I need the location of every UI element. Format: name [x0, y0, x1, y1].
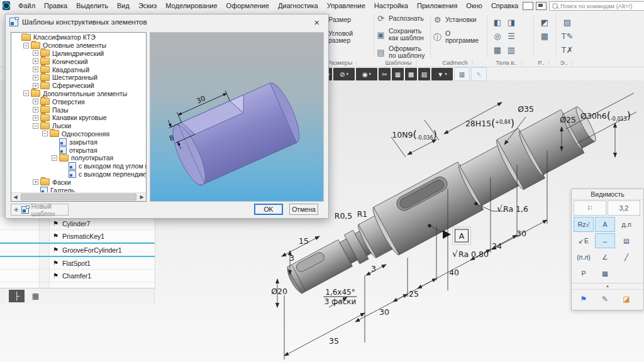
dim-value-visibility-button[interactable]: 3,2	[608, 200, 640, 216]
template-preview[interactable]: 30 8	[150, 32, 324, 202]
menu-6[interactable]: Оформление	[222, 1, 274, 11]
grid-view-tab[interactable]: ▦	[28, 290, 43, 302]
folder-edit-button[interactable]: ✎	[597, 292, 613, 307]
datum-visibility-button[interactable]: A	[595, 217, 615, 232]
ribbon-icon-p-group-1[interactable]: ▦	[537, 29, 552, 43]
ribbon-button-templates-0[interactable]: ⟳Распознать	[376, 15, 428, 22]
expand-icon[interactable]: +	[33, 58, 38, 64]
scrollbar-thumb[interactable]	[21, 194, 136, 200]
scroll-right-icon[interactable]: ▶	[138, 194, 146, 200]
menu-3[interactable]: Вид	[113, 1, 134, 11]
tree-horizontal-scrollbar[interactable]: ◀ ▶	[11, 192, 146, 201]
dimension-visibility-button[interactable]: ↔	[595, 233, 615, 248]
tree-node-7[interactable]: −Дополнительные элементы	[11, 90, 146, 98]
marks-visibility-button[interactable]: ↙Е	[574, 233, 594, 248]
tree-node-9[interactable]: +Пазы	[11, 106, 146, 114]
app-logo-icon[interactable]	[3, 1, 10, 10]
feature-row-FlatSpot1[interactable]: ⚑FlatSpot1	[0, 257, 155, 270]
tree-node-1[interactable]: −Основные элементы	[11, 41, 146, 50]
tree-node-19[interactable]: Галтель	[11, 186, 146, 192]
orange-check-button[interactable]: ◪	[618, 292, 635, 307]
menu-1[interactable]: Правка	[40, 1, 72, 11]
tree-node-16[interactable]: с выходом под углом к лыске	[11, 162, 146, 170]
angle-visibility-button[interactable]: ∠	[595, 250, 615, 265]
scroll-left-icon[interactable]: ◀	[11, 194, 19, 200]
ribbon-icon-e-group-0[interactable]: ▨	[560, 15, 575, 29]
tree-node-8[interactable]: +Отверстия	[11, 97, 146, 106]
feature-row-PrismaticKey1[interactable]: ⚑PrismaticKey1	[0, 230, 155, 243]
blue-flag-button[interactable]: ⚑	[575, 292, 592, 307]
expand-icon[interactable]: +	[33, 67, 38, 72]
menu-5[interactable]: Моделирование	[161, 1, 221, 11]
display-mode-button[interactable]: ◉▾	[356, 68, 377, 80]
feature-row-Chamfer1[interactable]: ⚑Chamfer1	[0, 270, 155, 282]
menu-0[interactable]: Файл	[14, 1, 40, 11]
dialog-close-icon[interactable]: ×	[309, 17, 325, 28]
ribbon-icon-bodies-5[interactable]: ▥	[504, 43, 518, 57]
ribbon-icon-bodies-2[interactable]: ◎	[491, 29, 504, 43]
menu-10[interactable]: Приложения	[413, 1, 462, 11]
menu-2[interactable]: Выделить	[72, 1, 113, 11]
solids-view-button[interactable]: ▩	[405, 68, 417, 80]
tree-node-18[interactable]: +Фаски	[11, 178, 146, 186]
menu-4[interactable]: Эскиз	[134, 1, 161, 11]
leader-visibility-button[interactable]: д.л	[616, 217, 636, 232]
ribbon-icon-e-group-1[interactable]: Т✎	[560, 29, 575, 43]
ribbon-icon-p-group-0[interactable]: ◩	[537, 15, 552, 29]
tree-node-3[interactable]: +Конический	[11, 57, 146, 65]
tree-node-13[interactable]: закрытая	[11, 138, 146, 146]
window-layout-icon[interactable]	[523, 2, 533, 10]
sheet-view-button[interactable]: ▦	[392, 68, 404, 80]
expand-icon[interactable]: +	[33, 99, 38, 104]
feature-row-GrooveForCylinder1[interactable]: ⚑GrooveForCylinder1	[0, 243, 155, 257]
grid-visibility-button[interactable]: ▦	[595, 266, 615, 281]
collapse-icon[interactable]: −	[23, 90, 29, 96]
menu-9[interactable]: Настройка	[370, 1, 413, 11]
dialog-titlebar[interactable]: Шаблоны конструктивных элементов ×	[6, 14, 328, 30]
ribbon-icon-bodies-4[interactable]: ▦	[491, 43, 504, 57]
tree-node-15[interactable]: −полуоткрытая	[11, 154, 146, 162]
menu-12[interactable]: Справка	[487, 1, 523, 11]
ribbon-button-cadmech-1[interactable]: ⓘО программе	[433, 30, 484, 44]
ribbon-button-templates-1[interactable]: ▣Сохранить как шаблон	[376, 28, 428, 41]
tree-node-17[interactable]: с выходом перпендикулярным лы	[11, 170, 146, 178]
ribbon-button-templates-2[interactable]: ▤Оформить по шаблону	[376, 45, 428, 59]
layers-view-button[interactable]: ▧	[418, 68, 430, 80]
expand-icon[interactable]: +	[33, 115, 38, 121]
table-visibility-button[interactable]: ▤	[616, 233, 636, 248]
ok-button[interactable]: OK	[254, 204, 283, 215]
collapse-icon[interactable]: −	[23, 43, 29, 48]
filter-button[interactable]: ▼▾	[431, 68, 453, 80]
tree-node-14[interactable]: открытая	[11, 146, 146, 154]
ribbon-icon-bodies-3[interactable]: ☰	[504, 29, 518, 43]
expand-icon[interactable]: +	[33, 107, 38, 112]
ribbon-icon-bodies-1[interactable]: ◨	[504, 15, 518, 29]
roughness-visibility-button[interactable]: Rz√	[574, 217, 594, 232]
expand-icon[interactable]: +	[33, 83, 38, 89]
collapse-icon[interactable]: −	[33, 123, 38, 129]
menu-7[interactable]: Диагностика	[274, 1, 323, 11]
flag-visibility-button[interactable]: ⚐	[574, 200, 606, 216]
command-search-input[interactable]: Поиск по командам (Alt+/)	[549, 1, 644, 11]
ribbon-icon-bodies-0[interactable]: ◧	[491, 15, 504, 29]
tree-view-tab[interactable]: ├	[9, 290, 25, 302]
collapse-icon[interactable]: −	[52, 155, 57, 161]
tree-node-2[interactable]: +Цилиндрический	[11, 50, 146, 58]
tree-node-4[interactable]: +Квадратный	[11, 65, 146, 74]
expand-icon[interactable]: +	[33, 75, 38, 80]
ribbon-icon-e-group-2[interactable]: Т✗	[560, 43, 575, 57]
tree-node-5[interactable]: +Шестигранный	[11, 74, 146, 82]
collapse-arrow-icon[interactable]: ▴	[572, 283, 643, 288]
menu-11[interactable]: Окно	[462, 1, 487, 11]
tree-node-11[interactable]: −Лыски	[11, 122, 146, 130]
tree-node-12[interactable]: −Односторонняя	[11, 130, 146, 138]
cancel-button[interactable]: Отмена	[289, 204, 318, 215]
hide-objects-button[interactable]: ⊘▾	[333, 68, 355, 80]
edit-pencil-button[interactable]: ✎	[471, 67, 487, 81]
section-view-button[interactable]: ✂	[379, 68, 391, 80]
screen-view-icon[interactable]	[536, 2, 547, 10]
expand-icon[interactable]: +	[33, 179, 38, 185]
new-template-button[interactable]: ✚ Новый шаблон	[11, 204, 69, 216]
ribbon-button-cadmech-0[interactable]: ⚙Установки	[433, 16, 484, 23]
menu-8[interactable]: Управление	[323, 1, 370, 11]
